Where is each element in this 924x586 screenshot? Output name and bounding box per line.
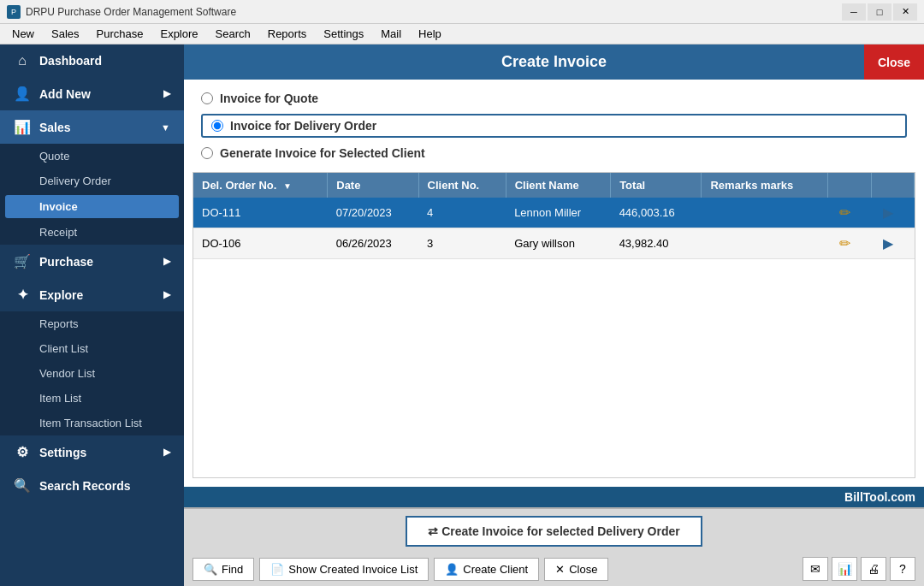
explore-arrow: ▶ xyxy=(163,289,170,300)
sidebar-item-reports[interactable]: Reports xyxy=(0,311,184,336)
app-icon: P xyxy=(7,5,21,19)
radio-delivery[interactable] xyxy=(211,120,223,132)
addnew-arrow: ▶ xyxy=(163,88,170,99)
find-button[interactable]: 🔍 Find xyxy=(192,558,254,581)
sidebar-item-delivery-order[interactable]: Delivery Order xyxy=(0,169,184,193)
close-label: Close xyxy=(569,563,597,576)
menu-reports[interactable]: Reports xyxy=(259,26,316,42)
radio-client[interactable] xyxy=(201,147,213,159)
menu-bar: New Sales Purchase Explore Search Report… xyxy=(0,24,924,44)
addnew-label: Add New xyxy=(39,87,91,101)
explore-label: Explore xyxy=(39,288,83,302)
close-bottom-button[interactable]: ✕ Close xyxy=(544,558,608,581)
explore-icon: ✦ xyxy=(14,287,31,303)
menu-explore[interactable]: Explore xyxy=(151,26,206,42)
sidebar-item-vendor-list[interactable]: Vendor List xyxy=(0,361,184,386)
sidebar-purchase[interactable]: 🛒 Purchase ▶ xyxy=(0,245,184,278)
cell-edit: ✏ xyxy=(827,198,871,228)
delivery-orders-table-wrapper: Del. Order No. ▼ Date Client No. Client … xyxy=(192,172,915,478)
col-del-order-no[interactable]: Del. Order No. ▼ xyxy=(193,173,328,198)
invoice-panel: Create Invoice Close Invoice for Quote I… xyxy=(184,44,924,507)
create-client-button[interactable]: 👤 Create Client xyxy=(434,558,539,581)
bottom-right-buttons: ✉ 📊 🖨 ? xyxy=(803,557,915,581)
show-list-label: Show Created Invoice List xyxy=(288,563,418,576)
sidebar-item-item-list[interactable]: Item List xyxy=(0,386,184,411)
purchase-label: Purchase xyxy=(39,255,93,269)
col-total[interactable]: Total xyxy=(611,173,702,198)
app-title: DRPU Purchase Order Management Software xyxy=(26,6,236,18)
addnew-icon: 👤 xyxy=(14,86,31,102)
search-label: Search Records xyxy=(39,479,131,493)
cell-client-no: 3 xyxy=(418,228,506,259)
close-header-button[interactable]: Close xyxy=(864,44,924,80)
home-icon: ⌂ xyxy=(14,53,31,68)
bottom-buttons: 🔍 Find 📄 Show Created Invoice List 👤 Cre… xyxy=(184,553,924,586)
close-icon: ✕ xyxy=(555,563,565,576)
col-client-name[interactable]: Client Name xyxy=(506,173,611,198)
sidebar-explore[interactable]: ✦ Explore ▶ xyxy=(0,278,184,311)
window-close-button[interactable]: ✕ xyxy=(893,3,917,21)
excel-icon-button[interactable]: 📊 xyxy=(832,557,857,581)
email-icon-button[interactable]: ✉ xyxy=(803,557,828,581)
main-layout: ⌂ Dashboard 👤 Add New ▶ 📊 Sales ▼ Quote … xyxy=(0,44,924,586)
create-invoice-button[interactable]: ⇄ Create Invoice for selected Delivery O… xyxy=(406,516,702,547)
show-list-button[interactable]: 📄 Show Created Invoice List xyxy=(259,558,429,581)
delivery-orders-table: Del. Order No. ▼ Date Client No. Client … xyxy=(193,173,915,259)
sidebar-settings[interactable]: ⚙ Settings ▶ xyxy=(0,435,184,469)
cell-del-order-no: DO-111 xyxy=(193,198,328,228)
restore-button[interactable]: □ xyxy=(868,3,891,21)
cell-remarks xyxy=(702,198,827,228)
col-nav xyxy=(871,173,914,198)
navigate-button[interactable]: ▶ xyxy=(880,234,897,253)
col-remarks[interactable]: Remarks marks xyxy=(702,173,827,198)
radio-quote-label[interactable]: Invoice for Quote xyxy=(220,92,318,105)
menu-search[interactable]: Search xyxy=(207,26,259,42)
table-row[interactable]: DO-106 06/26/2023 3 Gary willson 43,982.… xyxy=(193,228,915,259)
sidebar-add-new[interactable]: 👤 Add New ▶ xyxy=(0,77,184,110)
settings-icon: ⚙ xyxy=(14,444,31,460)
sidebar-dashboard[interactable]: ⌂ Dashboard xyxy=(0,44,184,77)
navigate-button[interactable]: ▶ xyxy=(880,203,897,222)
invoice-header: Create Invoice Close xyxy=(184,44,924,80)
menu-purchase[interactable]: Purchase xyxy=(88,26,152,42)
cell-client-no: 4 xyxy=(418,198,506,228)
sidebar-item-transaction-list[interactable]: Item Transaction List xyxy=(0,411,184,435)
menu-mail[interactable]: Mail xyxy=(372,26,410,42)
sales-arrow: ▼ xyxy=(161,122,170,133)
sidebar-item-client-list[interactable]: Client List xyxy=(0,336,184,361)
sidebar-item-quote[interactable]: Quote xyxy=(0,144,184,169)
col-client-no[interactable]: Client No. xyxy=(418,173,506,198)
create-client-label: Create Client xyxy=(463,563,528,576)
edit-button[interactable]: ✏ xyxy=(836,203,854,222)
sidebar-search-records[interactable]: 🔍 Search Records xyxy=(0,469,184,502)
cell-edit: ✏ xyxy=(827,228,871,259)
window-controls[interactable]: ─ □ ✕ xyxy=(842,3,917,21)
bottom-left-buttons: 🔍 Find 📄 Show Created Invoice List 👤 Cre… xyxy=(192,558,608,581)
table-header-row: Del. Order No. ▼ Date Client No. Client … xyxy=(193,173,915,198)
purchase-icon: 🛒 xyxy=(14,253,31,269)
col-date[interactable]: Date xyxy=(328,173,418,198)
sidebar-sales[interactable]: 📊 Sales ▼ xyxy=(0,110,184,144)
radio-delivery-label[interactable]: Invoice for Delivery Order xyxy=(230,119,376,133)
sales-label: Sales xyxy=(39,121,71,134)
cell-date: 07/20/2023 xyxy=(328,198,418,228)
table-row[interactable]: DO-111 07/20/2023 4 Lennon Miller 446,00… xyxy=(193,198,915,228)
print-icon-button[interactable]: 🖨 xyxy=(861,557,886,581)
dashboard-label: Dashboard xyxy=(39,54,102,68)
watermark: BillTool.com xyxy=(184,487,924,507)
sidebar-item-invoice[interactable]: Invoice xyxy=(5,195,179,218)
edit-button[interactable]: ✏ xyxy=(836,234,854,253)
sidebar-item-receipt[interactable]: Receipt xyxy=(0,220,184,245)
cell-remarks xyxy=(702,228,827,259)
menu-new[interactable]: New xyxy=(3,26,43,42)
radio-client-row: Generate Invoice for Selected Client xyxy=(201,146,907,160)
menu-settings[interactable]: Settings xyxy=(315,26,372,42)
show-list-icon: 📄 xyxy=(270,563,284,576)
bottom-bar: ⇄ Create Invoice for selected Delivery O… xyxy=(184,507,924,586)
minimize-button[interactable]: ─ xyxy=(842,3,866,21)
menu-sales[interactable]: Sales xyxy=(43,26,88,42)
menu-help[interactable]: Help xyxy=(410,26,450,42)
radio-client-label[interactable]: Generate Invoice for Selected Client xyxy=(220,146,425,160)
help-icon-button[interactable]: ? xyxy=(890,557,915,581)
radio-quote[interactable] xyxy=(201,92,213,104)
